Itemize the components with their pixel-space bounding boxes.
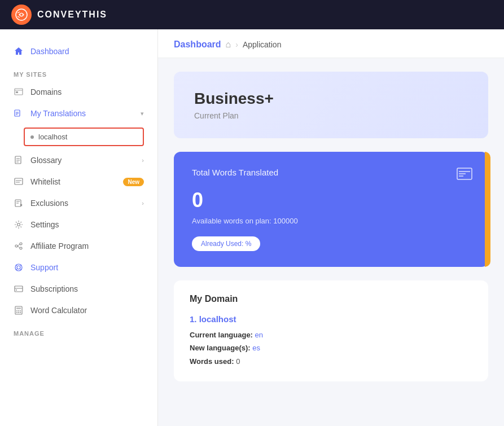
- localhost-label: localhost: [38, 133, 67, 141]
- glossary-label: Glossary: [30, 156, 62, 165]
- new-lang-label: New language(s):: [190, 344, 251, 352]
- translations-icon: [14, 108, 24, 118]
- svg-point-13: [17, 266, 20, 269]
- chevron-down-icon: ▾: [141, 110, 144, 117]
- exclusions-label: Exclusions: [30, 199, 68, 208]
- domain-item-name[interactable]: 1. localhost: [190, 314, 472, 324]
- current-lang-value: en: [255, 331, 263, 339]
- domain-section-title: My Domain: [190, 294, 472, 304]
- domain-section: My Domain 1. localhost Current language:…: [174, 280, 488, 381]
- current-lang-label: Current language:: [190, 331, 253, 339]
- svg-point-10: [20, 243, 22, 245]
- brand-name: CONVEYTHIS: [37, 10, 107, 20]
- content-area: Dashboard ⌂ › Application Business+ Curr…: [158, 29, 504, 426]
- sidebar-item-word-calculator[interactable]: Word Calculator: [0, 300, 157, 321]
- svg-rect-3: [16, 91, 18, 93]
- calculator-icon: [14, 305, 24, 315]
- svg-rect-6: [15, 178, 23, 185]
- svg-rect-14: [15, 286, 23, 292]
- breadcrumb-dashboard[interactable]: Dashboard: [174, 39, 221, 50]
- svg-point-18: [16, 310, 17, 311]
- main-layout: Dashboard MY SITES Domains: [0, 29, 504, 426]
- svg-point-11: [20, 247, 22, 249]
- my-translations-label: My Translations: [30, 109, 86, 118]
- sidebar-item-subscriptions[interactable]: Subscriptions: [0, 278, 157, 300]
- glossary-icon: [14, 155, 24, 165]
- sidebar: Dashboard MY SITES Domains: [0, 29, 158, 426]
- whitelist-icon: [14, 177, 24, 187]
- chevron-right-2-icon: ›: [142, 200, 144, 207]
- dot-icon: [30, 135, 34, 139]
- domain-item-number: 1.: [190, 314, 197, 324]
- svg-point-19: [18, 310, 19, 311]
- new-lang-value: es: [252, 344, 260, 352]
- svg-point-1: [20, 14, 23, 16]
- domains-icon: [14, 87, 24, 97]
- sidebar-item-dashboard[interactable]: Dashboard: [0, 41, 157, 62]
- affiliate-icon: [14, 241, 24, 251]
- subscriptions-icon: [14, 284, 24, 294]
- svg-point-23: [20, 312, 21, 313]
- logo[interactable]: CONVEYTHIS: [11, 5, 107, 25]
- words-translated-card: Total Words Translated 0 Available words…: [174, 152, 488, 267]
- exclusions-icon: [14, 198, 24, 208]
- domain-item: 1. localhost Current language: en New la…: [190, 314, 472, 368]
- breadcrumb-application: Application: [243, 40, 282, 49]
- sidebar-item-localhost[interactable]: localhost: [24, 128, 144, 146]
- sidebar-item-affiliate[interactable]: Affiliate Program: [0, 235, 157, 257]
- dashboard-label: Dashboard: [30, 47, 69, 56]
- sidebar-item-settings[interactable]: Settings: [0, 214, 157, 235]
- affiliate-label: Affiliate Program: [30, 241, 89, 251]
- words-used-value: 0: [236, 357, 240, 366]
- already-used-button[interactable]: Already Used: %: [192, 236, 260, 251]
- svg-point-8: [17, 223, 20, 226]
- words-available: Available words on plan: 100000: [192, 217, 470, 225]
- navbar: CONVEYTHIS: [0, 0, 504, 29]
- section-manage: MANAGE: [0, 321, 157, 340]
- support-label: Support: [30, 263, 58, 272]
- orange-accent-bar: [485, 152, 490, 267]
- svg-point-22: [18, 312, 19, 313]
- domain-item-hostname: localhost: [199, 314, 236, 324]
- svg-point-20: [20, 310, 21, 311]
- home-breadcrumb-icon: ⌂: [226, 39, 231, 50]
- svg-point-21: [16, 312, 17, 313]
- word-calculator-label: Word Calculator: [30, 306, 87, 315]
- subscriptions-label: Subscriptions: [30, 284, 78, 293]
- domain-meta: Current language: en New language(s): es…: [190, 328, 472, 368]
- words-card-title: Total Words Translated: [192, 168, 470, 177]
- new-badge: New: [123, 178, 144, 186]
- section-my-sites: MY SITES: [0, 62, 157, 81]
- whitelist-label: Whitelist: [30, 177, 60, 186]
- logo-icon: [11, 5, 32, 25]
- sidebar-item-glossary[interactable]: Glossary ›: [0, 150, 157, 171]
- svg-point-15: [16, 289, 17, 291]
- sidebar-item-exclusions[interactable]: Exclusions ›: [0, 192, 157, 214]
- sidebar-item-my-translations[interactable]: My Translations ▾: [0, 103, 157, 124]
- submenu-translations: localhost: [0, 124, 157, 150]
- plan-name: Business+: [194, 90, 468, 108]
- sidebar-item-domains[interactable]: Domains: [0, 81, 157, 103]
- plan-label: Current Plan: [194, 111, 468, 120]
- home-icon: [14, 46, 24, 56]
- breadcrumb-separator: ›: [235, 40, 238, 49]
- words-used-label: Words used:: [190, 357, 234, 366]
- settings-icon: [14, 219, 24, 230]
- support-icon: [14, 262, 24, 273]
- settings-label: Settings: [30, 220, 59, 229]
- words-count: 0: [192, 188, 470, 212]
- content-body: Business+ Current Plan Total Words Trans…: [158, 58, 504, 395]
- domains-label: Domains: [30, 87, 62, 96]
- sidebar-item-support[interactable]: Support: [0, 257, 157, 278]
- svg-rect-17: [16, 308, 21, 309]
- card-icon: [457, 168, 472, 183]
- plan-card: Business+ Current Plan: [174, 72, 488, 138]
- sidebar-item-whitelist[interactable]: Whitelist New: [0, 171, 157, 192]
- chevron-right-icon: ›: [142, 157, 144, 164]
- svg-point-9: [15, 245, 17, 247]
- breadcrumb: Dashboard ⌂ › Application: [158, 29, 504, 58]
